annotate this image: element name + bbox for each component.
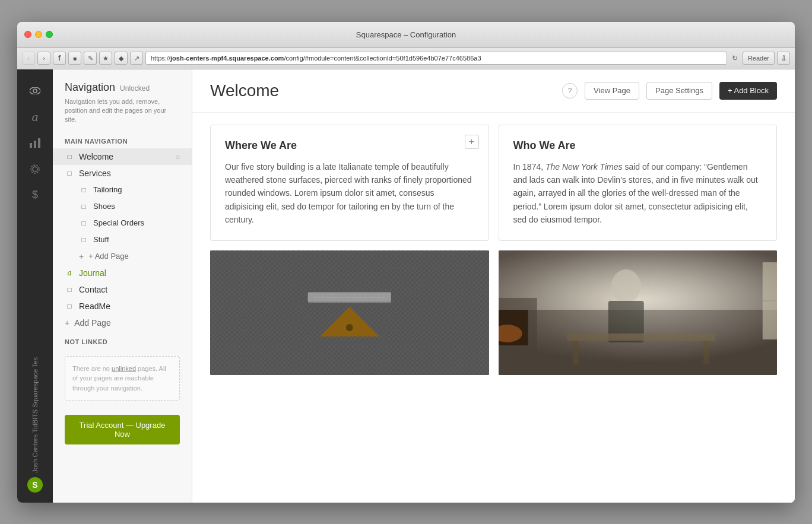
close-button[interactable] xyxy=(24,31,31,38)
upgrade-button[interactable]: Trial Account — Upgrade Now xyxy=(65,415,180,444)
nav-item-tailoring[interactable]: □ Tailoring xyxy=(53,182,192,198)
nav-description: Navigation lets you add, remove, positio… xyxy=(65,97,180,125)
nav-label-readme: ReadMe xyxy=(79,301,180,311)
browser-toolbar: ‹ › f ■ ✎ ★ ◆ ↗ https:// josh-centers-mp… xyxy=(17,48,795,69)
title-bar: Squarespace – Configuration xyxy=(17,22,795,48)
block-plus-button[interactable]: + xyxy=(465,135,479,149)
address-bar-wrap: https:// josh-centers-mpf4.squarespace.c… xyxy=(145,52,740,65)
nav-label-journal: Journal xyxy=(79,268,180,278)
doc-icon-stuff: □ xyxy=(79,235,88,244)
nav-item-shoes[interactable]: □ Shoes xyxy=(53,198,192,215)
page-title: Welcome xyxy=(210,81,555,100)
bookmark-icon[interactable]: ★ xyxy=(99,52,112,65)
traffic-lights xyxy=(24,31,53,38)
main-content: Welcome ? View Page Page Settings + Add … xyxy=(192,69,795,503)
download-button[interactable]: ⇩ xyxy=(777,52,790,65)
add-page-main-button[interactable]: + Add Page xyxy=(53,315,192,331)
view-page-button[interactable]: View Page xyxy=(585,82,639,100)
nav-label-stuff: Stuff xyxy=(93,235,180,244)
facebook-icon[interactable]: f xyxy=(53,52,66,65)
svg-rect-28 xyxy=(499,310,528,345)
doc-icon-shoes: □ xyxy=(79,202,88,211)
nav-item-journal[interactable]: a Journal xyxy=(53,265,192,281)
svg-rect-23 xyxy=(608,301,643,342)
unlinked-link[interactable]: unlinked xyxy=(112,365,136,372)
site-name-label: Josh Centers TidBITS Squarespace Tes xyxy=(17,357,53,473)
add-page-sub-button[interactable]: + + Add Page xyxy=(53,248,192,265)
fullscreen-button[interactable] xyxy=(46,31,53,38)
add-block-button[interactable]: + Add Block xyxy=(719,82,777,100)
nav-item-special-orders[interactable]: □ Special Orders xyxy=(53,215,192,231)
doc-icon-services: □ xyxy=(65,169,74,178)
page-settings-button[interactable]: Page Settings xyxy=(646,82,712,100)
image-block-oldman[interactable] xyxy=(499,250,778,375)
nav-label-tailoring: Tailoring xyxy=(93,185,180,194)
add-page-sub-label: + Add Page xyxy=(88,252,129,261)
plus-icon-main: + xyxy=(65,318,69,328)
nav-label-shoes: Shoes xyxy=(93,202,180,211)
block-text-who: In 1874, The New York Times said of our … xyxy=(513,160,763,227)
block-where-we-are: + Where We Are Our five story building i… xyxy=(210,125,489,242)
svg-rect-27 xyxy=(499,298,537,357)
svg-point-16 xyxy=(346,324,353,331)
address-bar[interactable]: https:// josh-centers-mpf4.squarespace.c… xyxy=(145,52,727,65)
billing-icon[interactable]: $ xyxy=(23,183,47,207)
back-button[interactable]: ‹ xyxy=(22,52,35,65)
block-text-where: Our five story building is a late Italia… xyxy=(225,160,474,227)
nav-label-services: Services xyxy=(79,169,180,178)
add-page-main-label: Add Page xyxy=(74,318,111,328)
shield-icon[interactable]: ◆ xyxy=(115,52,128,65)
nav-panel-title: Navigation xyxy=(65,81,115,94)
doc-icon-special-orders: □ xyxy=(79,218,88,228)
svg-rect-25 xyxy=(572,341,578,364)
url-path: /config/#module=content&collectionId=50f… xyxy=(284,55,481,62)
doc-icon-tailoring: □ xyxy=(79,185,88,195)
not-linked-label: NOT LINKED xyxy=(53,331,192,349)
text-icon[interactable]: a xyxy=(23,105,47,129)
svg-rect-26 xyxy=(703,341,709,364)
settings-icon[interactable] xyxy=(23,157,47,181)
minimize-button[interactable] xyxy=(35,31,42,38)
rss-icon[interactable]: ■ xyxy=(68,52,81,65)
share-icon[interactable]: ↗ xyxy=(130,52,143,65)
svg-rect-18 xyxy=(499,310,778,375)
visibility-icon[interactable] xyxy=(23,79,47,103)
image-block-fabric[interactable] xyxy=(210,250,489,375)
svg-rect-17 xyxy=(499,250,778,375)
nav-item-contact[interactable]: □ Contact xyxy=(53,281,192,298)
block-who-we-are: Who We Are In 1874, The New York Times s… xyxy=(499,125,778,242)
refresh-button[interactable]: ↻ xyxy=(729,53,740,63)
icon-sidebar: a $ Josh Centers TidBITS Sq xyxy=(17,69,53,503)
svg-point-0 xyxy=(30,87,40,94)
content-row-images xyxy=(210,250,777,375)
svg-point-22 xyxy=(611,269,640,303)
reader-button[interactable]: Reader xyxy=(743,52,775,65)
content-row-1: + Where We Are Our five story building i… xyxy=(210,125,777,242)
nav-unlocked-label: Unlocked xyxy=(120,84,150,93)
squarespace-logo[interactable]: S xyxy=(24,474,46,496)
fabric-image xyxy=(210,250,489,375)
plus-icon-sub: + xyxy=(79,252,84,261)
help-button[interactable]: ? xyxy=(562,83,578,99)
url-domain: josh-centers-mpf4.squarespace.com xyxy=(170,55,284,62)
edit-icon[interactable]: ✎ xyxy=(84,52,97,65)
content-area: + Where We Are Our five story building i… xyxy=(192,113,795,503)
site-name-text: Josh Centers TidBITS Squarespace Tes xyxy=(31,357,39,473)
home-icon: ⌂ xyxy=(176,153,180,161)
svg-point-29 xyxy=(499,325,522,342)
not-linked-box: There are no unlinked pages. All of your… xyxy=(65,356,180,401)
block-title-where: Where We Are xyxy=(225,139,474,152)
analytics-icon[interactable] xyxy=(23,131,47,155)
nav-item-readme[interactable]: □ ReadMe xyxy=(53,298,192,315)
svg-point-6 xyxy=(31,165,39,173)
block-title-who: Who We Are xyxy=(513,139,763,152)
not-linked-section: There are no unlinked pages. All of your… xyxy=(53,349,192,408)
nav-item-services[interactable]: □ Services xyxy=(53,165,192,182)
journal-icon: a xyxy=(65,268,74,278)
nav-panel: Navigation Unlocked Navigation lets you … xyxy=(53,69,192,503)
forward-button[interactable]: › xyxy=(37,52,50,65)
nav-item-stuff[interactable]: □ Stuff xyxy=(53,231,192,248)
window-title: Squarespace – Configuration xyxy=(356,30,456,39)
nav-item-welcome[interactable]: □ Welcome ⌂ xyxy=(53,148,192,165)
doc-icon-contact: □ xyxy=(65,285,74,294)
